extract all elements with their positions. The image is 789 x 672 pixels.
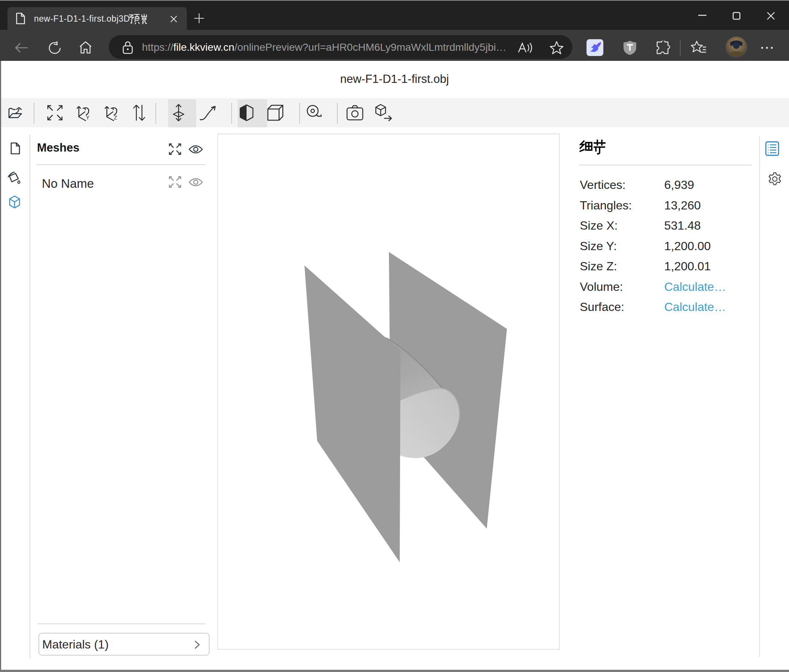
svg-text:Z: Z — [114, 115, 117, 121]
svg-text:Y: Y — [86, 115, 89, 121]
